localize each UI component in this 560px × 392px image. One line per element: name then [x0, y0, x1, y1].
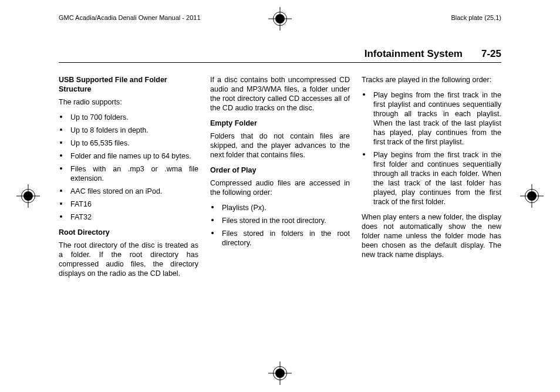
list-item: Up to 8 folders in depth.: [59, 126, 198, 135]
registration-mark-right: [520, 184, 544, 208]
column-1: USB Supported File and Folder Structure …: [59, 75, 198, 284]
list-item: Files stored in the root directory.: [210, 216, 350, 225]
empty-folder-body: Folders that do not contain files are sk…: [210, 131, 350, 160]
running-head: Infotainment System 7-25: [365, 48, 501, 60]
list-item: Play begins from the first track in the …: [362, 90, 501, 147]
order-of-play-intro: Compressed audio files are accessed in t…: [210, 178, 350, 197]
list-item: Up to 65,535 files.: [59, 138, 198, 148]
list-item: Up to 700 folders.: [59, 113, 198, 122]
section-name: Infotainment System: [365, 48, 463, 60]
plate-info: Black plate (25,1): [451, 14, 501, 21]
header-rule: [59, 62, 501, 63]
doc-title: GMC Acadia/Acadia Denali Owner Manual - …: [59, 14, 201, 21]
order-of-play-list: Playlists (Px). Files stored in the root…: [210, 203, 350, 248]
tracks-order-intro: Tracks are played in the following order…: [362, 75, 501, 85]
root-directory-body: The root directory of the disc is treate…: [59, 241, 198, 278]
registration-mark-bottom: [268, 361, 292, 385]
page-number: 7-25: [481, 48, 501, 60]
column-3: Tracks are played in the following order…: [362, 75, 501, 284]
new-folder-display-body: When play enters a new folder, the displ…: [362, 212, 501, 259]
registration-mark-left: [16, 184, 40, 208]
mixed-disc-body: If a disc contains both uncompressed CD …: [210, 75, 350, 113]
body-columns: USB Supported File and Folder Structure …: [59, 75, 501, 284]
list-item: Folder and file names up to 64 bytes.: [59, 151, 198, 161]
order-of-play-heading: Order of Play: [210, 165, 350, 175]
list-item: FAT16: [59, 200, 198, 209]
column-2: If a disc contains both uncompressed CD …: [210, 75, 350, 284]
list-item: Play begins from the first track in the …: [362, 150, 501, 207]
usb-supported-heading: USB Supported File and Folder Structure: [59, 75, 198, 94]
radio-supports-intro: The radio supports:: [59, 97, 198, 107]
empty-folder-heading: Empty Folder: [210, 119, 350, 128]
tracks-order-list: Play begins from the first track in the …: [362, 90, 501, 207]
print-header: GMC Acadia/Acadia Denali Owner Manual - …: [59, 14, 501, 21]
list-item: Playlists (Px).: [210, 203, 350, 212]
list-item: AAC files stored on an iPod.: [59, 187, 198, 196]
usb-supports-list: Up to 700 folders. Up to 8 folders in de…: [59, 113, 198, 222]
list-item: FAT32: [59, 212, 198, 222]
list-item: Files stored in folders in the root dire…: [210, 229, 350, 248]
list-item: Files with an .mp3 or .wma file extensio…: [59, 164, 198, 183]
root-directory-heading: Root Directory: [59, 228, 198, 237]
